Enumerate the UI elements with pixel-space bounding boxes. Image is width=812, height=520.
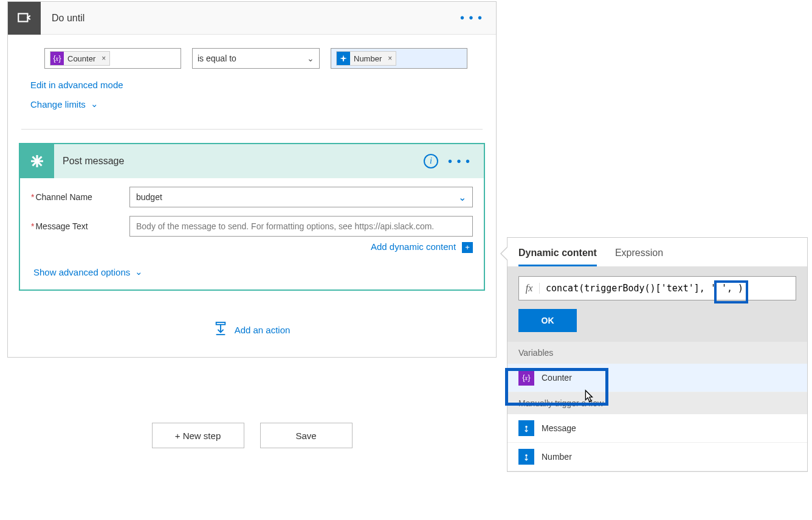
message-text-row: Message Text Body of the message to send… xyxy=(20,207,484,237)
dynamic-item-label: Counter xyxy=(542,373,572,383)
trigger-input-icon xyxy=(518,449,534,465)
dynamic-content-tabs: Dynamic content Expression xyxy=(507,238,807,266)
dynamic-item-message[interactable]: Message xyxy=(507,414,807,443)
svg-point-3 xyxy=(525,426,528,428)
message-text-label: Message Text xyxy=(31,221,122,231)
change-limits-link[interactable]: Change limits xyxy=(30,99,86,109)
condition-row: {𝑥} Counter × is equal to ⌄ Number × xyxy=(8,35,496,75)
post-message-card: Post message i • • • Channel Name budget… xyxy=(19,143,485,291)
do-until-card: Do until • • • {𝑥} Counter × is equal to… xyxy=(7,1,497,358)
post-message-header: Post message i • • • xyxy=(20,144,484,178)
trigger-list: Message Number xyxy=(507,414,807,471)
channel-name-value: budget xyxy=(136,192,162,202)
counter-token-label: Counter xyxy=(67,54,95,63)
chevron-down-icon: ⌄ xyxy=(307,54,314,63)
condition-left-operand[interactable]: {𝑥} Counter × xyxy=(44,48,181,69)
tab-expression[interactable]: Expression xyxy=(615,248,663,266)
condition-right-operand[interactable]: Number × xyxy=(331,48,467,69)
dynamic-item-label: Message xyxy=(542,423,576,433)
chevron-down-icon: ⌄ xyxy=(135,266,143,277)
variable-icon: {𝑥} xyxy=(50,52,64,65)
save-button[interactable]: Save xyxy=(260,423,353,448)
variable-icon: {𝑥} xyxy=(518,370,534,386)
counter-token[interactable]: {𝑥} Counter × xyxy=(50,51,110,66)
dynamic-item-counter[interactable]: {𝑥} Counter xyxy=(507,364,807,392)
variables-list: {𝑥} Counter xyxy=(507,364,807,392)
number-token-label: Number xyxy=(354,54,382,63)
svg-rect-0 xyxy=(18,13,27,21)
expression-area: fx OK xyxy=(507,266,807,342)
footer-buttons: + New step Save xyxy=(7,423,497,448)
number-token[interactable]: Number × xyxy=(336,51,396,66)
add-action-row: Add an action xyxy=(8,304,496,357)
trigger-input-icon xyxy=(337,52,350,65)
trigger-input-icon xyxy=(518,420,534,436)
add-action-link[interactable]: Add an action xyxy=(235,325,291,335)
svg-point-4 xyxy=(525,454,528,457)
channel-name-label: Channel Name xyxy=(31,192,122,202)
edit-advanced-mode-link[interactable]: Edit in advanced mode xyxy=(30,80,123,90)
channel-name-select[interactable]: budget ⌄ xyxy=(129,187,473,207)
dynamic-content-panel: Dynamic content Expression fx OK Variabl… xyxy=(507,237,808,472)
do-until-header: Do until • • • xyxy=(8,2,496,35)
add-dynamic-content-row: Add dynamic content + xyxy=(20,237,484,253)
post-message-title: Post message xyxy=(54,156,424,167)
slack-icon xyxy=(20,144,54,178)
dynamic-item-number[interactable]: Number xyxy=(507,443,807,471)
divider xyxy=(21,129,483,130)
plus-icon[interactable]: + xyxy=(462,242,473,253)
dynamic-item-label: Number xyxy=(542,452,572,462)
expression-input-row: fx xyxy=(518,276,796,300)
fx-label: fx xyxy=(519,283,540,294)
chevron-down-icon: ⌄ xyxy=(91,99,98,109)
expression-input[interactable] xyxy=(540,283,796,294)
do-until-icon xyxy=(8,2,41,35)
channel-name-row: Channel Name budget ⌄ xyxy=(20,178,484,207)
operator-label: is equal to xyxy=(198,54,236,63)
new-step-button[interactable]: + New step xyxy=(152,423,244,448)
remove-token-icon[interactable]: × xyxy=(385,54,392,63)
remove-token-icon[interactable]: × xyxy=(99,54,106,63)
section-trigger-header: Manually trigger a flow xyxy=(507,392,807,414)
add-action-icon xyxy=(214,321,227,339)
add-dynamic-content-link[interactable]: Add dynamic content xyxy=(371,241,456,252)
ok-button[interactable]: OK xyxy=(518,309,577,332)
condition-operator-select[interactable]: is equal to ⌄ xyxy=(192,48,320,69)
chevron-down-icon: ⌄ xyxy=(458,192,466,203)
svg-rect-2 xyxy=(216,322,225,325)
message-text-placeholder: Body of the message to send. For formatt… xyxy=(136,221,434,231)
show-advanced-options-link[interactable]: Show advanced options xyxy=(33,267,130,277)
info-icon[interactable]: i xyxy=(424,154,438,168)
do-until-title: Do until xyxy=(41,13,447,24)
section-variables-header: Variables xyxy=(507,342,807,364)
do-until-menu[interactable]: • • • xyxy=(447,11,496,25)
message-text-input[interactable]: Body of the message to send. For formatt… xyxy=(129,216,473,237)
post-message-menu[interactable]: • • • xyxy=(448,154,484,168)
svg-point-1 xyxy=(343,60,344,61)
tab-dynamic-content[interactable]: Dynamic content xyxy=(518,248,597,266)
